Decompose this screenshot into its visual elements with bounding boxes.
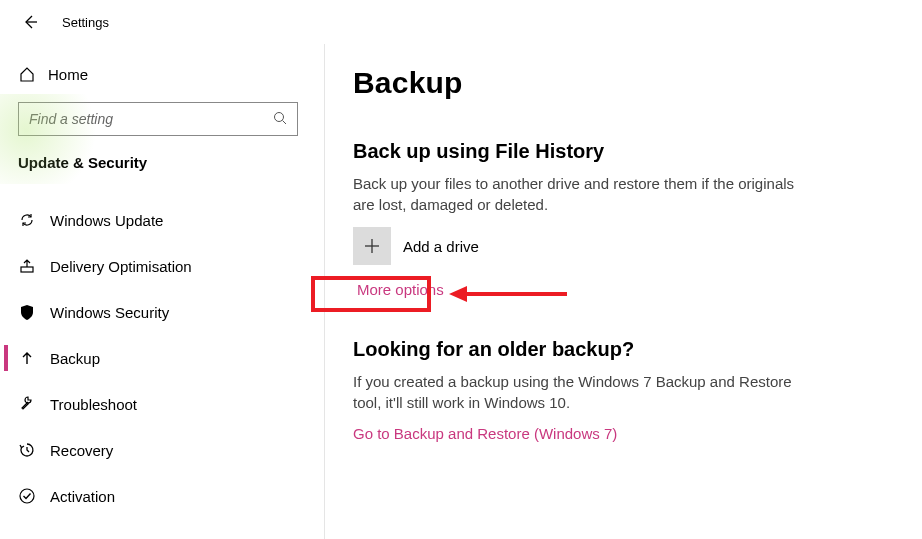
sidebar-item-troubleshoot[interactable]: Troubleshoot [0,381,309,427]
sidebar-category-heading: Update & Security [18,154,309,171]
sidebar-item-label: Windows Security [50,304,169,321]
sidebar-item-label: Activation [50,488,115,505]
home-icon [18,65,48,83]
recovery-icon [18,441,50,459]
svg-point-4 [20,489,34,503]
add-drive-label: Add a drive [403,238,479,255]
svg-rect-3 [21,267,33,272]
delivery-icon [18,257,50,275]
sync-icon [18,211,50,229]
header-title: Settings [62,15,109,30]
svg-line-2 [283,120,287,124]
older-backup-heading: Looking for an older backup? [353,338,902,361]
backup-restore-link[interactable]: Go to Backup and Restore (Windows 7) [353,425,617,442]
sidebar-item-label: Troubleshoot [50,396,137,413]
older-backup-desc: If you created a backup using the Window… [353,371,813,413]
sidebar-item-backup[interactable]: Backup [0,335,309,381]
page-title: Backup [353,66,902,100]
wrench-icon [18,395,50,413]
annotation-arrow [449,284,569,307]
file-history-desc: Back up your files to another drive and … [353,173,813,215]
sidebar-item-delivery-optimisation[interactable]: Delivery Optimisation [0,243,309,289]
search-input-container[interactable] [18,102,298,136]
sidebar-home[interactable]: Home [18,54,309,94]
search-input[interactable] [29,111,273,127]
backup-arrow-icon [18,349,50,367]
sidebar-item-windows-security[interactable]: Windows Security [0,289,309,335]
main-content: Backup Back up using File History Back u… [325,44,922,539]
check-circle-icon [18,487,50,505]
sidebar-item-label: Delivery Optimisation [50,258,192,275]
more-options-link[interactable]: More options [357,281,444,298]
back-icon[interactable] [20,12,40,32]
sidebar-item-label: Backup [50,350,100,367]
plus-icon [353,227,391,265]
window-header: Settings [0,0,922,44]
sidebar-item-windows-update[interactable]: Windows Update [0,197,309,243]
sidebar-item-label: Recovery [50,442,113,459]
svg-point-1 [275,112,284,121]
file-history-heading: Back up using File History [353,140,902,163]
svg-marker-8 [449,286,467,302]
sidebar: Home Update & Security [0,44,325,539]
add-drive-button[interactable]: Add a drive [353,227,902,265]
home-label: Home [48,66,88,83]
sidebar-item-activation[interactable]: Activation [0,473,309,519]
search-icon [273,111,287,128]
sidebar-item-recovery[interactable]: Recovery [0,427,309,473]
shield-icon [18,303,50,321]
sidebar-item-label: Windows Update [50,212,163,229]
